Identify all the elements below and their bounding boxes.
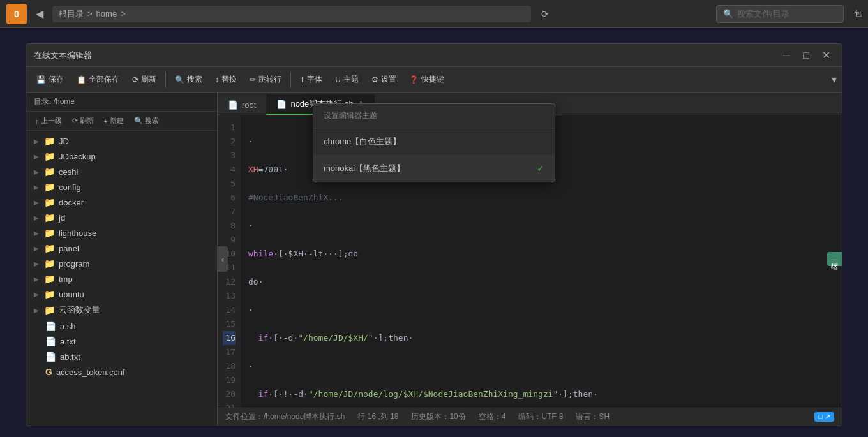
sh-tab-icon: 📄 [276,100,287,109]
right-panel: 压缩 | [827,252,842,266]
tree-item-ceshi[interactable]: ▶ 📁 ceshi [26,164,217,179]
chevron-icon: ▶ [34,153,39,160]
window-controls: ─ □ ✕ [779,48,834,63]
tab-root[interactable]: 📄 root [218,96,266,115]
goto-button[interactable]: ✏ 跳转行 [244,71,287,87]
folder-icon: 📁 [44,228,55,238]
breadcrumb-home[interactable]: home [96,9,117,19]
sidebar-collapse-button[interactable]: ‹ [218,246,228,272]
include-checkbox[interactable]: 包 [854,8,862,19]
shortcuts-icon: ❓ [409,75,419,84]
folder-icon: 📁 [44,274,55,284]
tree-item-ab-txt[interactable]: 📄 ab.txt [26,349,217,364]
sh-file-icon: 📄 [45,321,56,331]
shortcuts-button[interactable]: ❓ 快捷键 [404,71,449,87]
toolbar-more-button[interactable]: ▾ [832,73,837,85]
breadcrumb-root[interactable]: 根目录 [59,8,84,20]
corner-button[interactable]: □ ↗ [814,412,834,422]
conf-file-icon: G [45,367,52,377]
dropdown-header: 设置编辑器主题 [313,104,555,128]
checkmark-icon: ✓ [537,163,544,174]
save-button[interactable]: 💾 保存 [31,71,69,87]
editor-window: 在线文本编辑器 ─ □ ✕ 💾 保存 📋 全部保存 ⟳ 刷新 🔍 搜索 ↕ 替换 [26,43,842,426]
folder-icon: 📁 [44,136,55,146]
dropdown-item-monokai[interactable]: monokai【黑色主题】 ✓ [313,155,555,182]
chevron-icon: ▶ [34,260,39,267]
breadcrumb: 根目录 > home > [52,6,531,22]
root-file-icon: 📄 [228,100,238,110]
sidebar-search-button[interactable]: 🔍 搜索 [130,114,163,128]
new-button[interactable]: + 新建 [100,114,128,128]
folder-icon: 📁 [44,305,55,315]
indent-status: 空格：4 [479,411,506,422]
settings-icon: ⚙ [371,75,378,84]
chevron-icon: ▶ [34,307,39,314]
chevron-icon: ▶ [34,291,39,298]
tree-item-jd[interactable]: ▶ 📁 JD [26,133,217,149]
txt-file-icon: 📄 [45,336,56,346]
folder-icon: 📁 [44,167,55,177]
save-all-button[interactable]: 📋 全部保存 [71,71,124,87]
tree-item-yunhan[interactable]: ▶ 📁 云函数变量 [26,302,217,318]
folder-icon: 📁 [44,289,55,299]
search-button[interactable]: 🔍 搜索 [170,71,207,87]
maximize-button[interactable]: □ [799,48,813,63]
tree-item-a-txt[interactable]: 📄 a.txt [26,334,217,349]
txt-file-icon-2: 📄 [45,352,56,362]
font-button[interactable]: T 字体 [295,71,327,87]
refresh-button[interactable]: ⟳ 刷新 [127,71,161,87]
compress-button[interactable]: 压缩 | [827,252,842,266]
dropdown-item-chrome[interactable]: chrome【白色主题】 [313,128,555,155]
folder-icon: 📁 [44,151,55,161]
tree-item-config[interactable]: ▶ 📁 config [26,179,217,195]
encoding-status: 编码：UTF-8 [518,411,563,422]
refresh-icon: ⟳ [132,75,138,84]
sidebar-refresh-button[interactable]: ⟳ 刷新 [68,114,98,128]
tree-item-jd-lower[interactable]: ▶ 📁 jd [26,210,217,225]
chevron-icon: ▶ [34,138,39,145]
theme-button[interactable]: U 主题 [330,71,364,87]
chevron-icon: ▶ [34,168,39,175]
goto-icon: ✏ [250,75,256,84]
search-icon: 🔍 [175,75,184,84]
tree-item-access-token[interactable]: G access_token.conf [26,364,217,380]
window-title: 在线文本编辑器 [34,50,92,61]
minimize-button[interactable]: ─ [779,48,794,63]
tree-item-docker[interactable]: ▶ 📁 docker [26,195,217,210]
chevron-icon: ▶ [34,199,39,206]
tree-item-tmp[interactable]: ▶ 📁 tmp [26,271,217,286]
chevron-icon: ▶ [34,230,39,237]
up-button[interactable]: ↑ 上一级 [31,114,66,128]
chevron-icon: ▶ [34,184,39,191]
chevron-icon: ▶ [34,214,39,221]
replace-icon: ↕ [215,75,219,84]
font-icon: T [300,75,304,84]
search-icon: 🔍 [134,117,143,125]
tree-item-ubuntu[interactable]: ▶ 📁 ubuntu [26,286,217,302]
file-path-status: 文件位置：/home/node脚本执行.sh [225,411,345,422]
top-search-input[interactable]: 🔍 搜索文件/目录 [716,5,844,23]
window-titlebar: 在线文本编辑器 ─ □ ✕ [26,44,842,67]
sidebar: 目录: /home ↑ 上一级 ⟳ 刷新 + 新建 🔍 搜索 [26,93,218,426]
tree-item-lighthouse[interactable]: ▶ 📁 lighthouse [26,225,217,241]
chevron-icon: ▶ [34,276,39,283]
close-button[interactable]: ✕ [818,48,834,63]
app-logo: 0 [6,4,27,24]
tree-item-program[interactable]: ▶ 📁 program [26,256,217,271]
refresh-icon: ⟳ [72,117,78,125]
replace-button[interactable]: ↕ 替换 [210,71,242,87]
up-icon: ↑ [35,117,39,125]
folder-icon: 📁 [44,243,55,253]
tree-item-a-sh[interactable]: 📄 a.sh [26,318,217,334]
sidebar-tree: ▶ 📁 JD ▶ 📁 JDbackup ▶ 📁 ceshi ▶ 📁 [26,131,217,426]
sidebar-path: 目录: /home [26,93,217,112]
back-button[interactable]: ◀ [32,6,47,21]
tree-item-panel[interactable]: ▶ 📁 panel [26,241,217,256]
top-refresh-button[interactable]: ⟳ [541,9,549,19]
tree-item-jdbackup[interactable]: ▶ 📁 JDbackup [26,149,217,164]
status-bar: 文件位置：/home/node脚本执行.sh 行 16 ,列 18 历史版本：1… [218,408,842,426]
folder-icon: 📁 [44,197,55,207]
sidebar-actions: ↑ 上一级 ⟳ 刷新 + 新建 🔍 搜索 [26,112,217,131]
search-icon: 🔍 [723,9,733,19]
settings-button[interactable]: ⚙ 设置 [366,71,401,87]
